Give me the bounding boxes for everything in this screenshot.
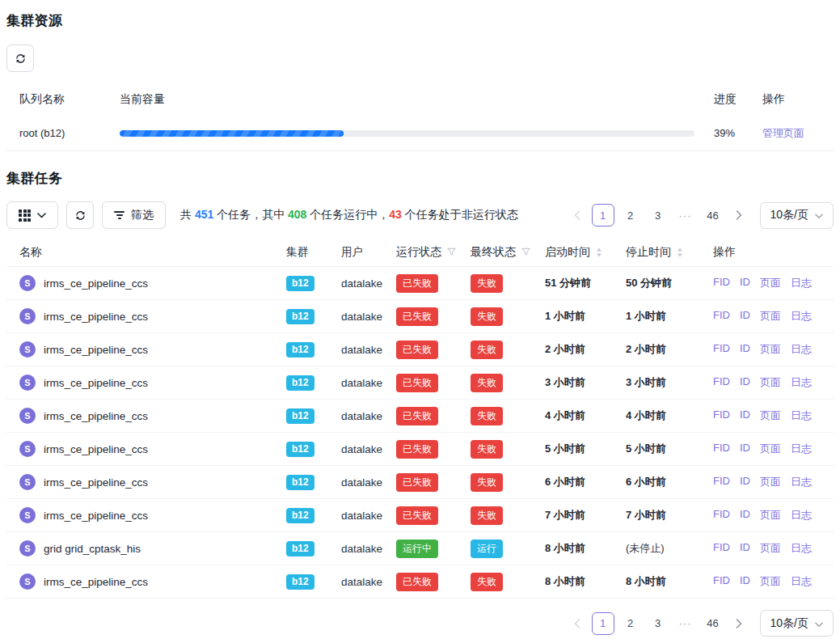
user-name: datalake xyxy=(341,377,396,389)
task-name: irms_ce_pipeline_ccs xyxy=(44,443,148,455)
pagination-page-46[interactable]: 46 xyxy=(702,612,724,635)
final-status-tag: 失败 xyxy=(471,307,503,326)
pagination-page-1[interactable]: 1 xyxy=(592,612,614,635)
task-name: irms_ce_pipeline_ccs xyxy=(44,277,148,290)
action-link-id[interactable]: ID xyxy=(740,442,750,456)
progress-header: 进度 xyxy=(714,92,753,107)
pagination-page-3[interactable]: 3 xyxy=(647,204,669,226)
pagination-prev-button[interactable] xyxy=(568,612,587,635)
action-link-id[interactable]: ID xyxy=(740,375,750,390)
action-link-id[interactable]: ID xyxy=(740,342,750,357)
page-size-value: 10条/页 xyxy=(770,208,808,222)
pagination-page-46[interactable]: 46 xyxy=(702,204,724,226)
table-row: S irms_ce_pipeline_ccs b12 datalake 已失败 … xyxy=(6,466,834,499)
sorter-icon[interactable] xyxy=(596,248,602,257)
resources-refresh-button[interactable] xyxy=(6,44,34,72)
action-link-fid[interactable]: FID xyxy=(713,508,730,523)
sync-icon xyxy=(74,209,87,222)
spark-avatar: S xyxy=(19,275,36,291)
pagination-next-button[interactable] xyxy=(729,612,749,635)
action-link-页面[interactable]: 页面 xyxy=(760,541,781,556)
action-link-页面[interactable]: 页面 xyxy=(760,375,781,390)
manage-page-link[interactable]: 管理页面 xyxy=(762,127,804,139)
pagination-ellipsis: ··· xyxy=(674,612,697,635)
run-status-tag: 已失败 xyxy=(396,440,438,459)
column-layout-dropdown-button[interactable] xyxy=(6,201,58,229)
action-link-id[interactable]: ID xyxy=(740,408,750,423)
action-link-页面[interactable]: 页面 xyxy=(760,442,781,456)
action-link-id[interactable]: ID xyxy=(740,508,750,523)
cluster-badge: b12 xyxy=(286,541,314,556)
page-size-select[interactable]: 10条/页 xyxy=(760,610,834,637)
run-status-tag: 已失败 xyxy=(396,307,438,326)
tasks-refresh-button[interactable] xyxy=(66,201,94,229)
sorter-icon[interactable] xyxy=(677,248,683,257)
action-link-fid[interactable]: FID xyxy=(713,309,730,324)
capacity-header: 当前容量 xyxy=(120,92,714,107)
filter-funnel-icon[interactable] xyxy=(447,248,456,256)
action-link-日志[interactable]: 日志 xyxy=(791,475,812,489)
capacity-progress-bar xyxy=(120,130,694,137)
stop-time: 1 小时前 xyxy=(626,310,666,322)
row-actions: FIDID页面日志 xyxy=(707,342,834,357)
col-header-run-status: 运行状态 xyxy=(396,245,471,260)
action-link-fid[interactable]: FID xyxy=(713,574,730,589)
action-link-页面[interactable]: 页面 xyxy=(760,574,781,589)
table-row: S irms_ce_pipeline_ccs b12 datalake 已失败 … xyxy=(6,400,834,433)
action-link-fid[interactable]: FID xyxy=(713,342,730,357)
action-link-日志[interactable]: 日志 xyxy=(791,276,812,290)
action-link-fid[interactable]: FID xyxy=(713,276,730,290)
filter-button[interactable]: 筛选 xyxy=(102,201,166,229)
start-time: 1 小时前 xyxy=(545,310,585,322)
action-link-页面[interactable]: 页面 xyxy=(760,408,781,423)
action-link-页面[interactable]: 页面 xyxy=(760,475,781,489)
page: 集群资源 队列名称 当前容量 进度 操作 root (b12) 39% 管理页面… xyxy=(0,0,840,637)
action-link-日志[interactable]: 日志 xyxy=(791,309,812,324)
action-link-日志[interactable]: 日志 xyxy=(791,508,812,523)
action-link-日志[interactable]: 日志 xyxy=(791,342,812,357)
action-link-id[interactable]: ID xyxy=(740,574,750,589)
user-name: datalake xyxy=(341,311,396,323)
action-link-id[interactable]: ID xyxy=(740,309,750,324)
filter-funnel-icon[interactable] xyxy=(521,248,530,256)
tasks-summary: 共 451 个任务，其中 408 个任务运行中，43 个任务处于非运行状态 xyxy=(180,208,518,222)
spark-avatar: S xyxy=(19,341,36,358)
col-header-cluster: 集群 xyxy=(286,245,341,260)
action-link-页面[interactable]: 页面 xyxy=(760,276,781,290)
action-link-id[interactable]: ID xyxy=(740,541,750,556)
action-link-日志[interactable]: 日志 xyxy=(791,375,812,390)
start-time: 8 小时前 xyxy=(545,542,585,554)
action-header: 操作 xyxy=(753,92,834,107)
action-link-日志[interactable]: 日志 xyxy=(791,541,812,556)
user-name: datalake xyxy=(341,344,396,356)
pagination-page-2[interactable]: 2 xyxy=(619,204,642,226)
action-link-fid[interactable]: FID xyxy=(713,541,730,556)
action-link-fid[interactable]: FID xyxy=(713,442,730,456)
chevron-down-icon xyxy=(37,213,46,218)
user-name: datalake xyxy=(341,410,396,422)
pagination-next-button[interactable] xyxy=(729,204,749,226)
action-link-fid[interactable]: FID xyxy=(713,375,730,390)
action-link-日志[interactable]: 日志 xyxy=(791,442,812,456)
cluster-badge: b12 xyxy=(286,375,314,391)
pagination-page-1[interactable]: 1 xyxy=(592,204,614,226)
action-link-id[interactable]: ID xyxy=(740,276,750,290)
page-size-select[interactable]: 10条/页 xyxy=(760,202,834,229)
summary-count-red: 43 xyxy=(389,208,402,221)
filter-icon xyxy=(114,211,125,219)
action-link-fid[interactable]: FID xyxy=(713,475,730,489)
tasks-table-header: 名称 集群 用户 运行状态 最终状态 启动时间 停止时间 操作 xyxy=(6,238,834,267)
action-link-id[interactable]: ID xyxy=(740,475,750,489)
action-link-页面[interactable]: 页面 xyxy=(760,342,781,357)
pagination-prev-button[interactable] xyxy=(568,204,587,226)
pagination-page-3[interactable]: 3 xyxy=(647,612,669,635)
action-link-页面[interactable]: 页面 xyxy=(760,508,781,523)
pagination-page-2[interactable]: 2 xyxy=(619,612,642,635)
resources-table-header: 队列名称 当前容量 进度 操作 xyxy=(6,83,834,116)
stop-time: 5 小时前 xyxy=(626,442,666,455)
action-link-页面[interactable]: 页面 xyxy=(760,309,781,324)
action-link-日志[interactable]: 日志 xyxy=(791,574,812,589)
action-link-日志[interactable]: 日志 xyxy=(791,408,812,423)
start-time: 7 小时前 xyxy=(545,509,585,521)
action-link-fid[interactable]: FID xyxy=(713,408,730,423)
